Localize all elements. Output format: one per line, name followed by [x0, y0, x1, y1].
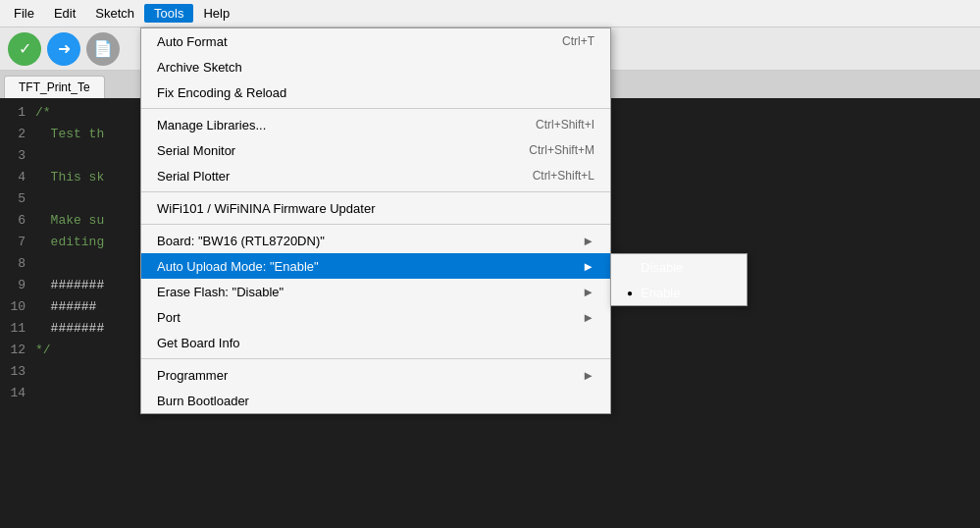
menu-sketch[interactable]: Sketch	[85, 4, 144, 23]
line-content: /*	[35, 102, 51, 124]
line-number: 3	[0, 145, 35, 167]
menu-auto-upload-mode-label: Auto Upload Mode: "Enable"	[157, 259, 319, 274]
menu-serial-monitor-label: Serial Monitor	[157, 143, 235, 158]
menu-port-label: Port	[157, 310, 181, 325]
line-number: 14	[0, 383, 35, 404]
enable-bullet: ●	[627, 288, 641, 298]
menu-fix-encoding[interactable]: Fix Encoding & Reload	[141, 79, 610, 105]
menu-serial-monitor-shortcut: Ctrl+Shift+M	[529, 143, 594, 157]
menu-edit[interactable]: Edit	[44, 4, 85, 23]
menu-manage-libraries-shortcut: Ctrl+Shift+I	[536, 118, 594, 132]
line-content: */	[35, 340, 51, 361]
line-content: ######	[35, 296, 96, 318]
line-number: 6	[0, 210, 35, 232]
menu-serial-plotter[interactable]: Serial Plotter Ctrl+Shift+L	[141, 163, 610, 188]
menu-port[interactable]: Port ►	[141, 304, 610, 330]
line-number: 7	[0, 232, 35, 253]
menu-fix-encoding-label: Fix Encoding & Reload	[157, 85, 286, 100]
menu-archive-sketch[interactable]: Archive Sketch	[141, 54, 610, 79]
line-content: Test th	[35, 124, 104, 145]
submenu-disable[interactable]: Disable	[611, 254, 747, 280]
verify-button[interactable]: ✓	[8, 32, 41, 66]
menu-port-arrow: ►	[582, 310, 594, 325]
line-number: 4	[0, 167, 35, 188]
line-content: This sk	[35, 167, 104, 188]
menu-erase-flash[interactable]: Erase Flash: "Disable" ►	[141, 279, 610, 304]
menu-erase-flash-arrow: ►	[582, 285, 594, 299]
line-content: editing	[35, 232, 104, 253]
disable-bullet	[627, 262, 641, 273]
menu-help[interactable]: Help	[193, 4, 239, 23]
line-number: 1	[0, 102, 35, 124]
menu-auto-format[interactable]: Auto Format Ctrl+T	[141, 28, 610, 54]
line-number: 12	[0, 340, 35, 361]
menu-serial-plotter-shortcut: Ctrl+Shift+L	[533, 169, 594, 183]
menu-file[interactable]: File	[4, 4, 44, 23]
line-number: 13	[0, 361, 35, 383]
menu-manage-libraries-label: Manage Libraries...	[157, 118, 266, 132]
line-number: 10	[0, 296, 35, 318]
line-content: #######	[35, 318, 104, 340]
tab-tft-print[interactable]: TFT_Print_Te	[4, 76, 105, 98]
menu-get-board-info-label: Get Board Info	[157, 336, 240, 350]
menu-get-board-info[interactable]: Get Board Info	[141, 330, 610, 355]
line-content: Make su	[35, 210, 104, 232]
auto-upload-submenu: Disable ● Enable	[610, 253, 748, 306]
line-content: #######	[35, 275, 104, 296]
line-number: 8	[0, 253, 35, 275]
submenu-enable-label: Enable	[641, 286, 680, 300]
menu-programmer-label: Programmer	[157, 368, 228, 383]
menu-tools[interactable]: Tools	[144, 4, 193, 23]
submenu-disable-label: Disable	[641, 260, 683, 275]
menu-wifi-updater-label: WiFi101 / WiFiNINA Firmware Updater	[157, 201, 375, 216]
upload-button[interactable]: ➜	[47, 32, 80, 66]
menu-burn-bootloader[interactable]: Burn Bootloader	[141, 388, 610, 413]
menu-board-label: Board: "BW16 (RTL8720DN)"	[157, 234, 325, 248]
menu-programmer-arrow: ►	[582, 368, 594, 383]
menu-serial-plotter-label: Serial Plotter	[157, 169, 230, 184]
menu-wifi-updater[interactable]: WiFi101 / WiFiNINA Firmware Updater	[141, 195, 610, 221]
menu-board[interactable]: Board: "BW16 (RTL8720DN)" ►	[141, 228, 610, 253]
menu-divider-1	[141, 108, 610, 109]
menu-programmer[interactable]: Programmer ►	[141, 362, 610, 388]
line-number: 2	[0, 124, 35, 145]
new-button[interactable]: 📄	[86, 32, 120, 66]
menu-burn-bootloader-label: Burn Bootloader	[157, 394, 249, 408]
menu-auto-upload-arrow: ►	[582, 259, 594, 274]
menu-divider-3	[141, 224, 610, 225]
menu-divider-4	[141, 358, 610, 359]
menu-serial-monitor[interactable]: Serial Monitor Ctrl+Shift+M	[141, 137, 610, 163]
menu-bar: File Edit Sketch Tools Help	[0, 0, 980, 27]
menu-manage-libraries[interactable]: Manage Libraries... Ctrl+Shift+I	[141, 112, 610, 137]
menu-board-arrow: ►	[582, 234, 594, 248]
menu-divider-2	[141, 191, 610, 192]
menu-auto-format-shortcut: Ctrl+T	[562, 34, 594, 48]
menu-archive-sketch-label: Archive Sketch	[157, 60, 242, 75]
menu-auto-format-label: Auto Format	[157, 34, 228, 49]
submenu-enable[interactable]: ● Enable	[611, 280, 747, 305]
line-number: 5	[0, 188, 35, 210]
menu-erase-flash-label: Erase Flash: "Disable"	[157, 285, 284, 299]
menu-auto-upload-mode[interactable]: Auto Upload Mode: "Enable" ► Disable ● E…	[141, 253, 610, 279]
tools-menu: Auto Format Ctrl+T Archive Sketch Fix En…	[140, 27, 611, 414]
app-container: File Edit Sketch Tools Help ✓ ➜ 📄 TFT_Pr…	[0, 0, 980, 528]
line-number: 9	[0, 275, 35, 296]
line-number: 11	[0, 318, 35, 340]
